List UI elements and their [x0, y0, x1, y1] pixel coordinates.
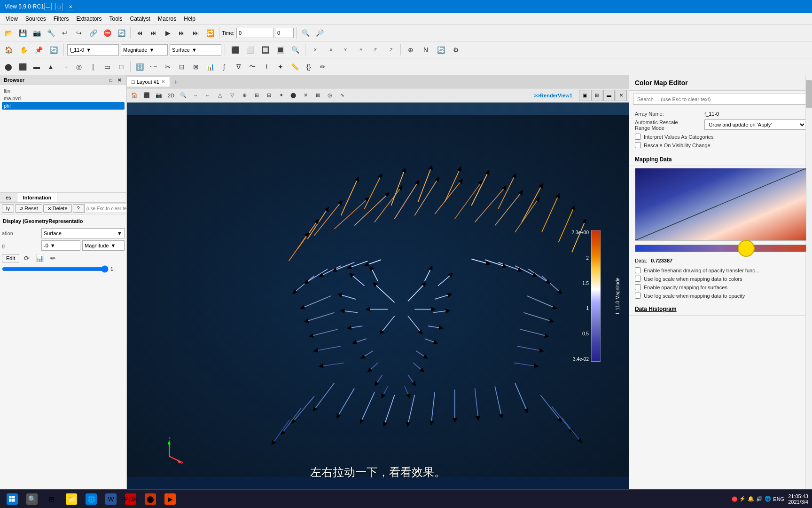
menu-sources[interactable]: Sources	[22, 15, 50, 23]
zoom-data-btn[interactable]: 🔍	[289, 43, 302, 56]
rotate-btn[interactable]: 🔄	[47, 43, 60, 56]
menu-help[interactable]: Help	[180, 15, 199, 23]
view-horiz-btn[interactable]: ▬	[603, 90, 615, 101]
refresh-btn[interactable]: 🔄	[115, 26, 128, 40]
rescale-icon[interactable]: ⟳	[21, 253, 32, 264]
app1-button[interactable]: ⬤	[142, 491, 159, 507]
pipeline-btn[interactable]: 🔧	[44, 26, 57, 40]
browser-close-icon[interactable]: ✕	[116, 77, 123, 83]
color-slider-bar[interactable]	[635, 245, 806, 252]
zoom-btn[interactable]: 🔍	[299, 26, 312, 40]
warp-btn[interactable]: ⌇	[260, 60, 273, 73]
delete-button[interactable]: ✕ Delete	[43, 204, 72, 213]
add-line-btn[interactable]: |	[86, 60, 100, 73]
tab-close-icon[interactable]: ✕	[161, 79, 165, 84]
select-pts-btn[interactable]: ⬛	[228, 43, 242, 56]
start-button[interactable]	[4, 491, 21, 507]
toggle-north-btn[interactable]: N	[419, 43, 432, 56]
toggle-axes-btn[interactable]: ⊕	[404, 43, 417, 56]
rescale-visibility-checkbox[interactable]	[635, 142, 641, 148]
add-cylinder-btn[interactable]: ▬	[30, 60, 43, 73]
representation-dropdown[interactable]: Surface ▼	[41, 228, 125, 238]
render-tool9[interactable]: ⬤	[288, 90, 299, 101]
add-cube-btn[interactable]: ⬛	[16, 60, 29, 73]
close-button[interactable]: ✕	[67, 3, 74, 10]
clip-btn[interactable]: ✂	[161, 60, 174, 73]
calculator-btn[interactable]: 🔢	[133, 60, 146, 73]
last-frame-btn[interactable]: ⏭	[189, 26, 203, 40]
render-tool4[interactable]: ▽	[226, 90, 238, 101]
maximize-button[interactable]: □	[55, 3, 63, 10]
search-button[interactable]: 🔍	[23, 491, 40, 507]
menu-catalyst[interactable]: Catalyst	[126, 15, 154, 23]
undo-btn[interactable]: ↩	[58, 26, 71, 40]
connect-btn[interactable]: 🔗	[86, 26, 100, 40]
render-camera-btn[interactable]: 📷	[153, 90, 164, 101]
prev-frame-btn[interactable]: ⏮	[133, 26, 146, 40]
minimize-button[interactable]: —	[44, 3, 52, 10]
time-frame-input[interactable]	[275, 28, 294, 38]
show-colorbar-icon[interactable]: 📊	[34, 253, 46, 264]
log-opacity-checkbox[interactable]	[635, 293, 641, 299]
gradient-btn[interactable]: ∇	[232, 60, 245, 73]
loop-btn[interactable]: 🔁	[203, 26, 217, 40]
reset-y-btn[interactable]: Y	[339, 43, 352, 56]
select-pts-poly-btn[interactable]: 🔲	[258, 43, 272, 56]
tab-add-button[interactable]: +	[170, 76, 181, 87]
tab-information[interactable]: Information	[17, 193, 58, 202]
select-cells-btn[interactable]: ⬜	[243, 43, 257, 56]
props-search-input[interactable]	[84, 204, 126, 213]
menu-tools[interactable]: Tools	[106, 15, 126, 23]
tab-properties[interactable]: es	[0, 193, 17, 202]
contour-btn[interactable]: 〰	[147, 60, 160, 73]
color-slider-handle[interactable]	[738, 240, 755, 257]
view-close-btn[interactable]: ✕	[616, 90, 627, 101]
render-tool2[interactable]: ←	[202, 90, 213, 101]
apply-button[interactable]: ly	[2, 204, 14, 213]
render-tool1[interactable]: →	[190, 90, 201, 101]
browser-item-ltin[interactable]: ltin:	[2, 87, 125, 95]
taskview-button[interactable]: ⊞	[43, 491, 60, 507]
menu-filters[interactable]: Filters	[50, 15, 73, 23]
array-color-dropdown[interactable]: -0 ▼	[41, 240, 80, 251]
render-tool11[interactable]: ⊠	[312, 90, 323, 101]
streamlines-btn[interactable]: 〜	[246, 60, 259, 73]
menu-view[interactable]: View	[2, 15, 22, 23]
help-button[interactable]: ?	[73, 204, 84, 213]
zoom-out-btn[interactable]: 🔎	[313, 26, 326, 40]
render-reset-btn[interactable]: 🏠	[129, 90, 140, 101]
word-button[interactable]: W	[102, 491, 119, 507]
open-btn[interactable]: 📂	[2, 26, 15, 40]
measure-btn[interactable]: 📏	[288, 60, 301, 73]
redo-btn[interactable]: ↪	[72, 26, 86, 40]
browser-item-mapvd[interactable]: ma.pvd	[2, 95, 125, 102]
surface-dropdown[interactable]: Surface ▼	[170, 44, 221, 56]
step-fwd-btn[interactable]: ⏭	[175, 26, 188, 40]
save-btn[interactable]: 💾	[16, 26, 29, 40]
settings-btn[interactable]: ⚙	[449, 43, 462, 56]
interact-btn[interactable]: ✋	[17, 43, 30, 56]
browser-item-phl[interactable]: phl	[2, 102, 125, 110]
render-tool5[interactable]: ⊕	[239, 90, 250, 101]
menu-macros[interactable]: Macros	[154, 15, 180, 23]
render-tool10[interactable]: ✕	[300, 90, 311, 101]
back-btn[interactable]: ⏭	[147, 26, 160, 40]
render-tool13[interactable]: ∿	[336, 90, 348, 101]
select-cells-poly-btn[interactable]: 🔳	[273, 43, 287, 56]
cme-search-input[interactable]	[633, 94, 808, 105]
menu-extractors[interactable]: Extractors	[73, 15, 106, 23]
add-box-btn[interactable]: □	[115, 60, 128, 73]
view-single-btn[interactable]: ▣	[579, 90, 590, 101]
pick-btn[interactable]: 📌	[32, 43, 45, 56]
pdf-button[interactable]: PDF	[122, 491, 139, 507]
add-plane-btn[interactable]: ▭	[101, 60, 114, 73]
threshold-btn[interactable]: ⊠	[189, 60, 203, 73]
render-tool6[interactable]: ⊞	[251, 90, 262, 101]
interpret-categories-checkbox[interactable]	[635, 134, 641, 140]
render-2d-btn[interactable]: 2D	[165, 90, 177, 101]
reset-neg-z-btn[interactable]: -Z	[384, 43, 397, 56]
annotation-btn[interactable]: ✏	[316, 60, 329, 73]
tab-layout1[interactable]: □ Layout #1 ✕	[127, 77, 170, 87]
slice-btn[interactable]: ⊟	[175, 60, 188, 73]
edge-button[interactable]: 🌐	[83, 491, 100, 507]
